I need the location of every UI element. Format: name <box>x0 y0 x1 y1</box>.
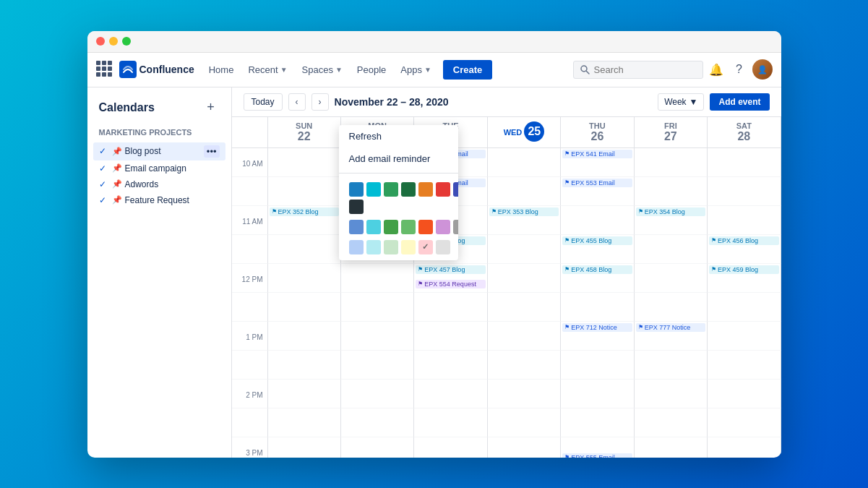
cell-sun-130pm[interactable] <box>268 351 341 380</box>
cell-thu-230pm[interactable] <box>561 408 634 437</box>
cell-fri-230pm[interactable] <box>635 408 708 437</box>
cell-wed-2pm[interactable] <box>488 380 561 408</box>
color-swatch-green-mid[interactable] <box>384 220 398 234</box>
cell-sun-1230pm[interactable] <box>268 293 341 322</box>
color-swatch-orange[interactable] <box>418 182 433 197</box>
color-swatch-green-darker[interactable] <box>401 182 416 197</box>
cell-wed-1230pm[interactable] <box>488 293 561 322</box>
event-epx458[interactable]: ⚑ EPX 458 Blog <box>562 265 632 274</box>
event-epx553[interactable]: ⚑ EPX 553 Email <box>562 179 632 187</box>
cell-sat-10am[interactable] <box>708 148 781 177</box>
cell-mon-12pm[interactable] <box>341 264 414 293</box>
cell-thu-3pm[interactable]: ⚑ EPX 555 Email <box>561 437 634 458</box>
cell-wed-12pm[interactable] <box>488 264 561 293</box>
color-swatch-green-dark[interactable] <box>384 182 398 197</box>
cell-sat-1030am[interactable] <box>708 177 781 206</box>
cell-tue-12pm[interactable]: ⚑ EPX 457 Blog ⚑ EPX 554 Request <box>414 264 487 293</box>
add-event-button[interactable]: Add event <box>710 93 769 111</box>
color-swatch-green-pale[interactable] <box>384 240 398 254</box>
color-swatch-blue-light[interactable] <box>349 220 364 234</box>
sidebar-item-adwords[interactable]: ✓ 📌 Adwords <box>93 176 225 192</box>
sidebar-item-feature-request[interactable]: ✓ 📌 Feature Request <box>93 192 225 208</box>
cell-mon-130pm[interactable] <box>341 351 414 380</box>
sidebar-item-email-campaign[interactable]: ✓ 📌 Email campaign <box>93 160 225 176</box>
cell-mon-1230pm[interactable] <box>341 293 414 322</box>
cell-thu-1130am[interactable]: ⚑ EPX 455 Blog <box>561 235 634 264</box>
color-swatch-green-light[interactable] <box>401 220 416 234</box>
cell-mon-2pm[interactable] <box>341 380 414 408</box>
cell-sat-1230pm[interactable] <box>708 293 781 322</box>
event-epx455[interactable]: ⚑ EPX 455 Blog <box>562 236 632 245</box>
cell-sun-230pm[interactable] <box>268 408 341 437</box>
cell-thu-10am[interactable]: ⚑ EPX 541 Email <box>561 148 634 177</box>
color-swatch-yellow-pale[interactable] <box>401 240 416 254</box>
cell-wed-1030am[interactable] <box>488 177 561 206</box>
cell-sun-12pm[interactable] <box>268 264 341 293</box>
cell-tue-230pm[interactable] <box>414 408 487 437</box>
cell-wed-1130am[interactable] <box>488 235 561 264</box>
color-swatch-cyan-pale[interactable] <box>366 240 381 254</box>
cell-thu-2pm[interactable] <box>561 380 634 408</box>
cell-tue-1230pm[interactable] <box>414 293 487 322</box>
cell-sun-10am[interactable] <box>268 148 341 177</box>
event-epx457[interactable]: ⚑ EPX 457 Blog <box>416 265 485 274</box>
event-epx541[interactable]: ⚑ EPX 541 Email <box>562 150 632 158</box>
cell-sat-3pm[interactable] <box>708 437 781 458</box>
create-button[interactable]: Create <box>443 60 492 80</box>
cell-sat-230pm[interactable] <box>708 408 781 437</box>
next-button[interactable]: › <box>311 93 329 111</box>
cell-sat-2pm[interactable] <box>708 380 781 408</box>
prev-button[interactable]: ‹ <box>288 93 306 111</box>
cell-fri-2pm[interactable] <box>635 380 708 408</box>
cell-tue-1pm[interactable] <box>414 322 487 351</box>
color-swatch-pink-pale[interactable] <box>418 240 433 254</box>
color-swatch-indigo[interactable] <box>453 182 458 197</box>
event-epx712[interactable]: ⚑ EPX 712 Notice <box>562 323 632 332</box>
cell-fri-12pm[interactable] <box>635 264 708 293</box>
search-bar[interactable] <box>573 61 703 79</box>
cell-thu-1230pm[interactable] <box>561 293 634 322</box>
cell-thu-11am[interactable] <box>561 206 634 235</box>
cell-wed-230pm[interactable] <box>488 408 561 437</box>
search-input[interactable] <box>594 64 695 75</box>
event-epx354[interactable]: ⚑ EPX 354 Blog <box>636 207 705 216</box>
event-epx554[interactable]: ⚑ EPX 554 Request <box>416 280 485 288</box>
add-calendar-button[interactable]: + <box>202 99 220 116</box>
cell-sun-1130am[interactable] <box>268 235 341 264</box>
cell-sat-1pm[interactable] <box>708 322 781 351</box>
cell-fri-11am[interactable]: ⚑ EPX 354 Blog <box>635 206 708 235</box>
close-button[interactable] <box>96 37 105 46</box>
cell-fri-1pm[interactable]: ⚑ EPX 777 Notice <box>635 322 708 351</box>
color-swatch-orange-deep[interactable] <box>418 220 433 234</box>
nav-spaces[interactable]: Spaces ▼ <box>296 61 348 78</box>
nav-apps[interactable]: Apps ▼ <box>395 61 437 78</box>
color-swatch-purple-light[interactable] <box>436 220 450 234</box>
cell-tue-130pm[interactable] <box>414 351 487 380</box>
today-button[interactable]: Today <box>244 93 283 111</box>
nav-people[interactable]: People <box>351 61 392 78</box>
cell-wed-130pm[interactable] <box>488 351 561 380</box>
cell-fri-10am[interactable] <box>635 148 708 177</box>
cell-sun-11am[interactable]: ⚑ EPX 352 Blog <box>268 206 341 235</box>
cell-fri-3pm[interactable] <box>635 437 708 458</box>
help-button[interactable]: ? <box>729 59 749 80</box>
color-swatch-cyan-light[interactable] <box>366 220 381 234</box>
cell-tue-3pm[interactable] <box>414 437 487 458</box>
color-swatch-teal-dark[interactable] <box>349 182 364 197</box>
color-swatch-dark[interactable] <box>349 200 364 214</box>
cell-thu-130pm[interactable] <box>561 351 634 380</box>
event-epx777[interactable]: ⚑ EPX 777 Notice <box>636 323 705 332</box>
color-swatch-gray[interactable] <box>453 220 458 234</box>
cell-wed-3pm[interactable] <box>488 437 561 458</box>
cell-sun-1pm[interactable] <box>268 322 341 351</box>
cell-fri-1130am[interactable] <box>635 235 708 264</box>
user-avatar[interactable]: 👤 <box>752 59 773 80</box>
cell-thu-12pm[interactable]: ⚑ EPX 458 Blog <box>561 264 634 293</box>
maximize-button[interactable] <box>122 37 131 46</box>
minimize-button[interactable] <box>109 37 118 46</box>
cell-sun-1030am[interactable] <box>268 177 341 206</box>
cell-sun-2pm[interactable] <box>268 380 341 408</box>
color-swatch-blue-pale[interactable] <box>349 240 364 254</box>
cell-thu-1030am[interactable]: ⚑ EPX 553 Email <box>561 177 634 206</box>
cell-sun-3pm[interactable] <box>268 437 341 458</box>
